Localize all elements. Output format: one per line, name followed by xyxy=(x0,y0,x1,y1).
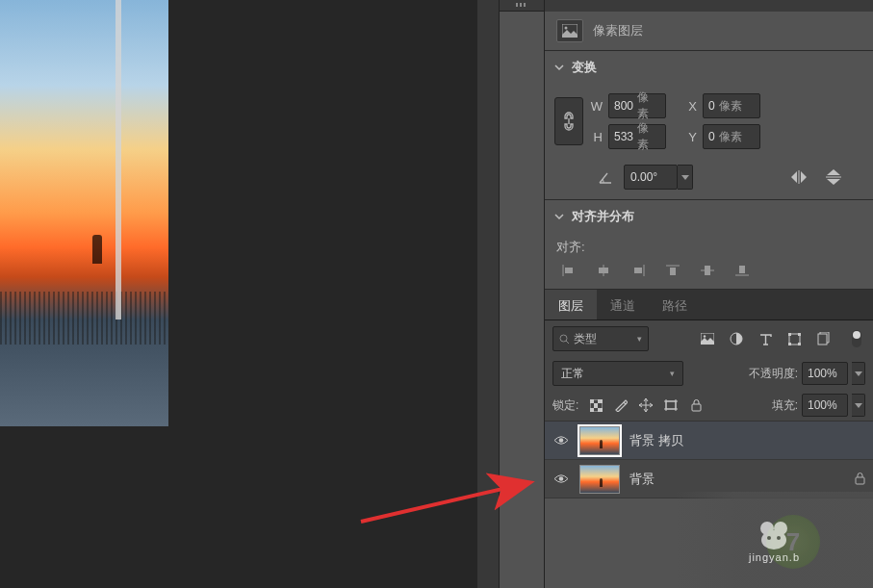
align-header[interactable]: 对齐并分布 xyxy=(545,200,873,233)
svg-line-17 xyxy=(566,341,569,344)
tab-layers[interactable]: 图层 xyxy=(545,290,597,320)
svg-rect-13 xyxy=(705,266,710,275)
svg-point-45 xyxy=(761,530,786,550)
layer-type-filter[interactable]: 类型 ▾ xyxy=(552,326,649,351)
flip-horizontal-icon[interactable] xyxy=(788,168,809,186)
svg-rect-28 xyxy=(590,399,594,403)
blend-mode-label: 正常 xyxy=(561,366,670,382)
svg-rect-11 xyxy=(670,268,676,275)
transform-title: 变换 xyxy=(572,59,597,76)
svg-rect-24 xyxy=(788,343,791,345)
filter-adjustment-icon[interactable] xyxy=(729,331,744,346)
y-input[interactable]: 0像素 xyxy=(703,124,760,149)
search-icon xyxy=(559,334,570,345)
svg-point-46 xyxy=(767,536,771,540)
opacity-label: 不透明度: xyxy=(749,366,798,382)
align-bottom-icon[interactable] xyxy=(735,264,749,277)
canvas-viewport[interactable] xyxy=(0,0,477,588)
visibility-toggle-icon[interactable] xyxy=(552,435,570,446)
canvas-image xyxy=(0,0,168,426)
align-left-icon[interactable] xyxy=(562,264,576,277)
svg-rect-26 xyxy=(818,334,827,345)
align-label: 对齐: xyxy=(556,239,861,256)
svg-point-47 xyxy=(777,536,781,540)
svg-rect-7 xyxy=(599,268,608,273)
width-label: W xyxy=(589,99,603,114)
panel-dock-strip[interactable] xyxy=(499,0,545,588)
lock-transparency-icon[interactable] xyxy=(588,397,603,413)
filter-toggle[interactable] xyxy=(852,330,861,347)
svg-rect-30 xyxy=(594,403,598,408)
layers-panel: 图层 通道 路径 类型 ▾ 正常 ▾ xyxy=(545,290,873,499)
svg-rect-32 xyxy=(598,408,603,412)
svg-point-1 xyxy=(565,27,568,30)
lock-pixels-icon[interactable] xyxy=(613,397,629,413)
lock-all-icon[interactable] xyxy=(688,397,704,413)
svg-rect-22 xyxy=(788,333,791,336)
svg-rect-29 xyxy=(598,399,603,403)
layer-type-row: 像素图层 xyxy=(545,12,873,50)
svg-rect-23 xyxy=(798,333,801,336)
svg-rect-5 xyxy=(565,268,573,273)
lock-artboard-icon[interactable] xyxy=(663,397,679,413)
svg-rect-15 xyxy=(739,266,745,273)
layer-name[interactable]: 背景 拷贝 xyxy=(629,432,683,449)
align-right-icon[interactable] xyxy=(631,264,645,277)
fill-dropdown[interactable] xyxy=(852,394,865,417)
align-title: 对齐并分布 xyxy=(572,208,634,225)
properties-panel: 像素图层 xyxy=(545,0,873,51)
align-section: 对齐并分布 对齐: xyxy=(545,200,873,290)
svg-point-40 xyxy=(559,476,564,481)
layer-list: 背景 拷贝 背景 xyxy=(545,421,873,499)
pixel-layer-icon xyxy=(556,19,583,42)
link-dimensions-icon[interactable] xyxy=(554,97,583,145)
layer-name[interactable]: 背景 xyxy=(629,471,655,488)
filter-pixel-icon[interactable] xyxy=(700,331,715,346)
layer-thumbnail[interactable] xyxy=(579,465,620,494)
layer-type-label: 像素图层 xyxy=(593,22,643,39)
svg-rect-41 xyxy=(856,477,864,484)
x-input[interactable]: 0像素 xyxy=(703,93,760,118)
fill-input[interactable]: 100% xyxy=(802,394,848,417)
svg-point-39 xyxy=(559,438,564,443)
tab-channels[interactable]: 通道 xyxy=(597,290,649,320)
height-input[interactable]: 533像素 xyxy=(608,124,666,149)
x-label: X xyxy=(683,99,697,114)
layer-thumbnail[interactable] xyxy=(579,426,620,455)
angle-icon xyxy=(597,168,614,186)
visibility-toggle-icon[interactable] xyxy=(552,473,570,484)
scrollbar-vertical[interactable] xyxy=(477,0,499,588)
filter-type-icon[interactable] xyxy=(757,331,773,346)
rotation-dropdown[interactable] xyxy=(678,165,693,190)
fill-label: 填充: xyxy=(772,397,798,414)
layers-tabs: 图层 通道 路径 xyxy=(545,290,873,320)
chevron-down-icon xyxy=(554,212,564,221)
chevron-down-icon: ▾ xyxy=(670,369,675,378)
align-hcenter-icon[interactable] xyxy=(597,264,610,277)
width-input[interactable]: 800像素 xyxy=(608,93,666,118)
svg-rect-33 xyxy=(666,401,676,409)
align-top-icon[interactable] xyxy=(666,264,680,277)
y-label: Y xyxy=(683,130,697,144)
svg-point-19 xyxy=(704,335,706,337)
flip-vertical-icon[interactable] xyxy=(823,168,844,186)
chevron-down-icon xyxy=(554,63,564,72)
tab-paths[interactable]: 路径 xyxy=(649,290,701,320)
align-vcenter-icon[interactable] xyxy=(701,264,714,277)
opacity-input[interactable]: 100% xyxy=(802,362,848,385)
type-filter-label: 类型 xyxy=(574,331,633,347)
layer-row[interactable]: 背景 拷贝 xyxy=(545,422,873,460)
lock-position-icon[interactable] xyxy=(638,397,654,413)
svg-rect-31 xyxy=(590,408,594,412)
opacity-dropdown[interactable] xyxy=(852,362,865,385)
svg-rect-25 xyxy=(798,343,801,345)
filter-shape-icon[interactable] xyxy=(786,331,802,346)
lock-label: 锁定: xyxy=(552,397,578,414)
transform-header[interactable]: 变换 xyxy=(545,51,873,84)
lock-indicator-icon xyxy=(855,473,865,485)
blend-mode-select[interactable]: 正常 ▾ xyxy=(552,361,683,386)
height-label: H xyxy=(589,130,603,144)
svg-rect-38 xyxy=(692,404,701,411)
filter-smartobject-icon[interactable] xyxy=(815,331,831,346)
rotation-input[interactable]: 0.00° xyxy=(624,165,678,190)
